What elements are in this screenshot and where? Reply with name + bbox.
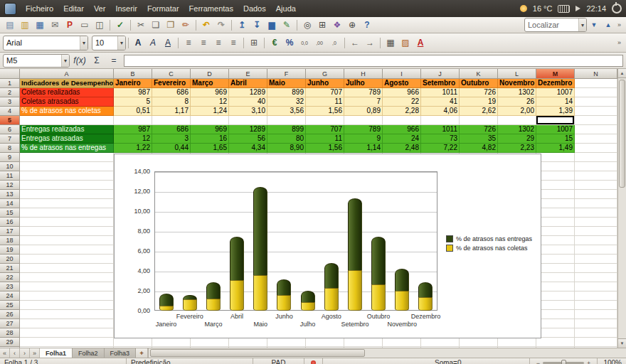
page-style-indicator[interactable]: Predefinição [127,358,253,364]
cell-L6[interactable]: 1302 [498,125,536,134]
row-header-22[interactable]: 22 [0,273,20,282]
sheet-indicator[interactable]: Folha 1 / 3 [0,358,127,364]
cell-J4[interactable]: 4,06 [421,107,460,116]
cell-L1[interactable]: Novembro [498,79,536,88]
cell-N25[interactable] [575,301,617,310]
cell-K8[interactable]: 4,82 [460,144,498,153]
cell-C4[interactable]: 1,17 [152,107,191,116]
font-color-icon[interactable]: A [413,36,428,49]
cell-N1[interactable] [575,79,617,88]
cell-D2[interactable]: 969 [191,88,229,97]
page-preview-icon[interactable]: ◫ [92,18,107,31]
cell-A23[interactable] [20,282,114,291]
zoom-icon[interactable]: ⊕ [345,18,359,31]
cell-F8[interactable]: 8,90 [267,144,306,153]
cell-A12[interactable] [20,181,114,190]
menu-item-formatar[interactable]: Formatar [142,3,184,14]
cell-B4[interactable]: 0,51 [114,107,152,116]
cut-icon[interactable]: ✂ [134,18,148,31]
export-pdf-icon[interactable]: P [63,18,77,31]
cell-H7[interactable]: 9 [344,134,383,144]
add-sheet-button[interactable]: + [136,348,148,358]
cell-H30[interactable] [344,347,383,348]
find-input[interactable] [525,21,578,29]
cell-M4[interactable]: 1,39 [536,107,575,116]
cell-M14[interactable] [536,199,575,208]
document-as-email-icon[interactable]: ✉ [48,18,62,31]
align-center-icon[interactable]: ≡ [196,36,211,49]
row-header-7[interactable]: 7 [0,134,20,144]
cell-M9[interactable] [536,153,575,162]
cell-M18[interactable] [536,236,575,245]
cell-L5[interactable] [498,116,536,125]
cell-M3[interactable]: 14 [536,97,575,107]
cell-B2[interactable]: 987 [114,88,152,97]
cell-N6[interactable] [575,125,617,134]
cell-E4[interactable]: 3,10 [229,107,267,116]
cell-N20[interactable] [575,255,617,264]
sheet-tab-folha3[interactable]: Folha3 [105,348,137,358]
cell-N8[interactable] [575,144,617,153]
cell-N30[interactable] [575,347,617,348]
cell-D5[interactable] [191,116,229,125]
cell-H4[interactable]: 0,89 [344,107,383,116]
column-header-J[interactable]: J [421,69,460,79]
row-header-11[interactable]: 11 [0,171,20,181]
borders-icon[interactable]: ▦ [383,36,398,49]
cell-G4[interactable]: 1,56 [306,107,344,116]
cell-A2[interactable]: Coletas realizadas [20,88,114,97]
cell-D7[interactable]: 16 [191,134,229,144]
cell-J8[interactable]: 7,22 [421,144,460,153]
cell-G6[interactable]: 707 [306,125,344,134]
copy-icon[interactable]: ❏ [149,18,163,31]
equals-button[interactable]: = [107,55,121,67]
undo-icon[interactable]: ↶ [199,18,213,31]
cell-N13[interactable] [575,190,617,199]
save-document-icon[interactable]: ▦ [33,18,47,31]
select-all-button[interactable] [0,69,20,79]
cell-M12[interactable] [536,181,575,190]
cell-I3[interactable]: 22 [383,97,421,107]
row-header-27[interactable]: 27 [0,319,20,328]
embedded-chart-object[interactable]: 0,002,004,006,008,0010,0012,0014,00Janei… [114,154,541,338]
cell-F3[interactable]: 32 [267,97,306,107]
zoom-out-icon[interactable]: − [536,360,540,364]
cell-J30[interactable] [421,347,460,348]
cell-N4[interactable] [575,107,617,116]
navigator-icon[interactable]: ⊞ [315,18,329,31]
cell-N12[interactable] [575,181,617,190]
zoom-slider[interactable]: − + [530,358,598,364]
print-icon[interactable]: ▭ [78,18,92,31]
row-header-1[interactable]: 1 [0,79,20,88]
cell-M15[interactable] [536,208,575,218]
cell-M6[interactable]: 1007 [536,125,575,134]
cell-A19[interactable] [20,245,114,255]
align-right-icon[interactable]: ≡ [211,36,226,49]
clock[interactable]: 22:14 [586,4,606,13]
cell-C8[interactable]: 0,44 [152,144,191,153]
cell-M19[interactable] [536,245,575,255]
column-header-C[interactable]: C [152,69,191,79]
row-header-5[interactable]: 5 [0,116,20,125]
column-header-L[interactable]: L [498,69,536,79]
number-format-percent-icon[interactable]: % [282,36,297,49]
cell-M28[interactable] [536,328,575,338]
cell-C1[interactable]: Fevereiro [152,79,191,88]
formula-input[interactable] [124,55,623,67]
cell-A11[interactable] [20,171,114,181]
row-header-18[interactable]: 18 [0,236,20,245]
cell-I7[interactable]: 24 [383,134,421,144]
cell-M22[interactable] [536,273,575,282]
cell-M10[interactable] [536,162,575,171]
cell-I8[interactable]: 2,48 [383,144,421,153]
cell-C29[interactable] [152,338,191,347]
clone-formatting-icon[interactable]: ✏ [179,18,193,31]
cell-B30[interactable] [114,347,152,348]
row-header-13[interactable]: 13 [0,190,20,199]
find-dropdown-icon[interactable]: ▾ [578,18,586,31]
cell-G3[interactable]: 11 [306,97,344,107]
help-icon[interactable]: ? [360,18,374,31]
cell-E29[interactable] [229,338,267,347]
font-size-dropdown-icon[interactable]: ▾ [117,36,125,50]
cell-A28[interactable] [20,328,114,338]
